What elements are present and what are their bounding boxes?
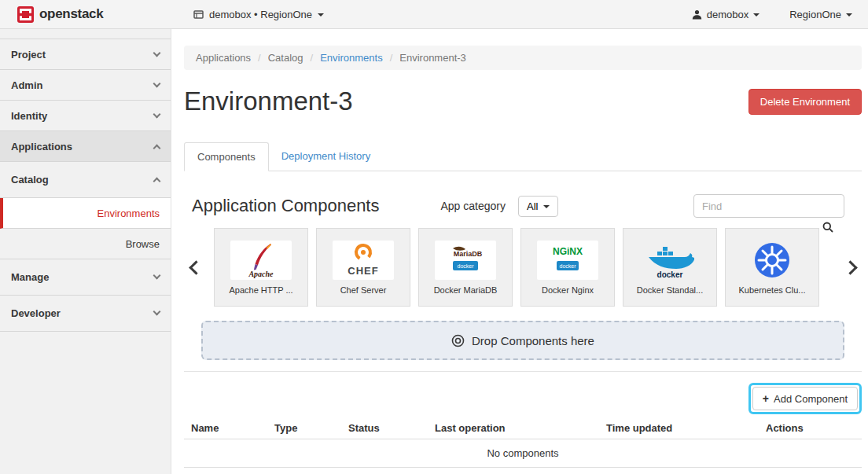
empty-state-text: No components: [184, 439, 862, 468]
components-section: Application Components App category All: [184, 193, 862, 360]
svg-text:CHEF: CHEF: [348, 265, 378, 277]
app-card-apache[interactable]: Apache Apache HTTP ...: [214, 228, 308, 307]
domain-icon: [193, 9, 204, 20]
sidebar-item-catalog[interactable]: Catalog: [0, 162, 171, 198]
carousel-next-button[interactable]: [843, 263, 857, 273]
components-table: Name Type Status Last operation Time upd…: [184, 417, 862, 468]
app-card-kubernetes[interactable]: Kubernetes Clu...: [725, 228, 819, 307]
sidebar-item-developer[interactable]: Developer: [0, 296, 171, 332]
breadcrumb-applications: Applications: [196, 52, 251, 64]
breadcrumb-separator: /: [258, 52, 261, 64]
svg-text:Apache: Apache: [248, 270, 274, 278]
nginx-docker-logo: NGiNX docker: [537, 241, 598, 280]
topbar-right: demobox RegionOne: [692, 9, 868, 20]
category-dropdown[interactable]: All: [518, 196, 558, 217]
sidebar-spacer: [0, 29, 171, 39]
app-card-label: Apache HTTP ...: [229, 285, 292, 295]
user-icon: [692, 9, 702, 20]
caret-down-icon: [846, 13, 852, 17]
app-card-label: Docker MariaDB: [434, 285, 498, 295]
openstack-brand[interactable]: openstack: [0, 6, 171, 23]
brand-wordmark: openstack: [39, 6, 103, 22]
page-title: Environment-3: [184, 84, 353, 119]
sidebar-item-admin[interactable]: Admin: [0, 70, 171, 101]
breadcrumb-current: Environment-3: [399, 52, 466, 64]
mariadb-docker-logo: MariaDB docker: [435, 241, 496, 280]
chevron-down-icon: [153, 308, 161, 316]
sidebar-item-project[interactable]: Project: [0, 39, 171, 70]
app-card-label: Kubernetes Clu...: [739, 285, 806, 295]
app-card-chef[interactable]: CHEF Chef Server: [316, 228, 410, 307]
tabs: Components Deployment History: [184, 142, 862, 171]
caret-down-icon: [753, 13, 760, 17]
caret-down-icon: [543, 205, 550, 208]
plus-icon: +: [763, 392, 769, 405]
add-component-row: + Add Component: [184, 383, 862, 414]
sidebar-item-browse[interactable]: Browse: [0, 229, 171, 259]
delete-environment-button[interactable]: Delete Environment: [748, 89, 862, 115]
chevron-down-icon: [153, 79, 161, 87]
sidebar-item-manage[interactable]: Manage: [0, 259, 171, 296]
sidebar-item-label: Environments: [97, 208, 160, 219]
sidebar-item-label: Applications: [11, 141, 154, 152]
section-divider: [184, 371, 862, 372]
components-toolbar: Application Components App category All: [186, 193, 860, 219]
find-input[interactable]: [693, 194, 844, 218]
main-content: Applications / Catalog / Environments / …: [171, 29, 868, 474]
region-menu[interactable]: RegionOne: [789, 9, 852, 20]
user-menu[interactable]: demobox: [692, 9, 760, 20]
drop-components-zone[interactable]: Drop Components here: [201, 321, 844, 360]
project-context-switcher[interactable]: demobox • RegionOne: [171, 9, 324, 20]
chef-logo: CHEF: [333, 241, 394, 280]
chevron-up-icon: [153, 178, 161, 186]
add-component-button[interactable]: + Add Component: [752, 387, 858, 410]
col-header-last-operation: Last operation: [428, 417, 599, 439]
chevron-down-icon: [153, 49, 161, 57]
carousel-prev-button[interactable]: [189, 263, 203, 273]
breadcrumb-catalog: Catalog: [268, 52, 303, 64]
col-header-status: Status: [341, 417, 428, 439]
breadcrumb-environments-link[interactable]: Environments: [320, 52, 382, 64]
app-card-label: Docker Nginx: [542, 285, 594, 295]
tab-components[interactable]: Components: [184, 142, 269, 171]
app-card-docker-mariadb[interactable]: MariaDB docker Docker MariaDB: [418, 228, 513, 307]
svg-text:docker: docker: [559, 263, 576, 269]
col-header-time-updated: Time updated: [599, 417, 759, 439]
svg-text:NGiNX: NGiNX: [553, 246, 583, 257]
context-label: demobox • RegionOne: [209, 9, 312, 20]
sidebar-item-label: Manage: [11, 271, 154, 283]
sidebar-item-label: Identity: [11, 110, 154, 122]
sidebar-item-identity[interactable]: Identity: [0, 101, 171, 131]
chevron-right-icon: [843, 260, 857, 274]
top-navbar: openstack demobox • RegionOne demobox Re: [0, 0, 868, 29]
app-card-docker-nginx[interactable]: NGiNX docker Docker Nginx: [520, 228, 615, 307]
col-header-name: Name: [184, 417, 267, 439]
breadcrumb-separator: /: [390, 52, 393, 64]
target-icon: [451, 334, 465, 347]
category-selected-value: All: [527, 200, 538, 212]
sidebar-item-label: Developer: [11, 307, 154, 319]
col-header-actions: Actions: [759, 417, 862, 439]
breadcrumb: Applications / Catalog / Environments / …: [184, 46, 862, 70]
sidebar: Project Admin Identity Applications Cata…: [0, 29, 171, 474]
user-menu-label: demobox: [707, 9, 748, 20]
search-icon[interactable]: [822, 222, 833, 233]
tab-deployment-history[interactable]: Deployment History: [269, 142, 383, 171]
app-category-label: App category: [440, 200, 506, 212]
sidebar-item-label: Catalog: [11, 174, 154, 186]
chevron-down-icon: [153, 110, 161, 118]
sidebar-item-applications[interactable]: Applications: [0, 131, 171, 162]
app-card-label: Chef Server: [340, 285, 387, 295]
app-card-label: Docker Standal...: [637, 285, 703, 295]
sidebar-item-label: Browse: [126, 238, 160, 250]
application-components-heading: Application Components: [186, 196, 379, 216]
empty-row: No components: [184, 439, 862, 468]
app-card-docker-standalone[interactable]: docker Docker Standal...: [623, 228, 717, 307]
apache-feather-logo: Apache: [230, 241, 292, 280]
page-header: Environment-3 Delete Environment: [184, 84, 862, 119]
svg-text:MariaDB: MariaDB: [454, 250, 483, 258]
sidebar-item-environments[interactable]: Environments: [0, 198, 171, 229]
chevron-left-icon: [189, 260, 203, 274]
sidebar-item-label: Admin: [11, 79, 154, 91]
svg-text:docker: docker: [657, 270, 683, 279]
